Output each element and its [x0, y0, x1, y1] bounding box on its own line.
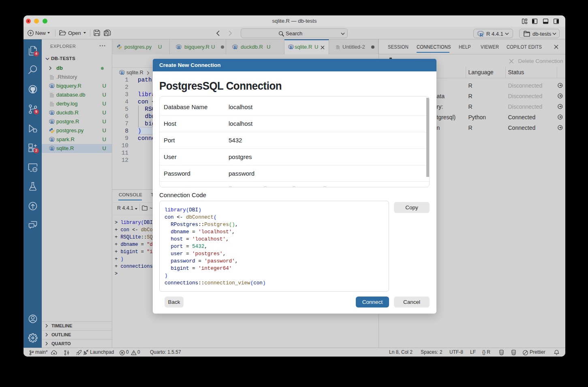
svg-text:R: R — [50, 146, 54, 151]
svg-text:R: R — [289, 45, 293, 50]
svg-text:R: R — [479, 32, 483, 37]
svg-text:R: R — [120, 71, 124, 75]
svg-text:R: R — [50, 111, 54, 116]
svg-text:R: R — [233, 45, 237, 50]
svg-text:R: R — [50, 84, 54, 89]
svg-text:R: R — [177, 45, 181, 50]
svg-text:R: R — [50, 138, 54, 142]
svg-text:R: R — [50, 120, 54, 125]
